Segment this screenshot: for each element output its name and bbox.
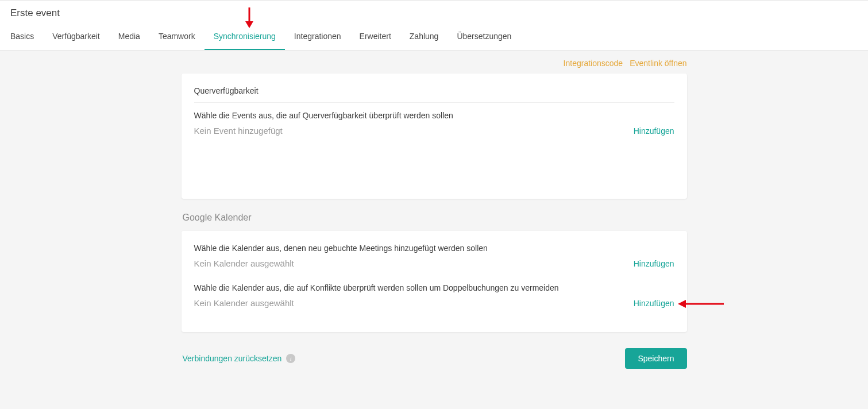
google-calendar-heading: Google Kalender <box>183 213 687 223</box>
google-add-to-description: Wähle die Kalender aus, denen neu gebuch… <box>194 244 674 253</box>
footer-row: Verbindungen zurücksetzen i Speichern <box>182 346 687 392</box>
tab-integrations[interactable]: Integrationen <box>285 24 350 50</box>
tab-payment[interactable]: Zahlung <box>400 24 448 50</box>
page-header: Erste event Basics Verfügbarkeit Media T… <box>0 0 868 51</box>
integration-code-link[interactable]: Integrationscode <box>564 59 623 68</box>
google-add-to-add-button[interactable]: Hinzufügen <box>634 259 674 268</box>
google-conflict-description: Wähle die Kalender aus, die auf Konflikt… <box>194 283 674 292</box>
reset-connections-link[interactable]: Verbindungen zurücksetzen i <box>183 354 296 363</box>
tab-teamwork[interactable]: Teamwork <box>149 24 205 50</box>
google-calendar-card: Wähle die Kalender aus, denen neu gebuch… <box>182 231 687 332</box>
annotation-arrow-left-icon <box>678 299 724 308</box>
info-icon: i <box>286 354 295 363</box>
content-area: Integrationscode Eventlink öffnen Querve… <box>67 51 802 392</box>
google-conflict-add-button[interactable]: Hinzufügen <box>634 299 674 308</box>
cross-availability-title: Querverfügbarkeit <box>194 86 674 103</box>
google-add-to-empty: Kein Kalender ausgewählt <box>194 258 294 268</box>
tab-translations[interactable]: Übersetzungen <box>447 24 520 50</box>
tab-basics[interactable]: Basics <box>1 24 43 50</box>
cross-availability-description: Wähle die Events aus, die auf Querverfüg… <box>194 111 674 120</box>
top-links: Integrationscode Eventlink öffnen <box>182 51 687 74</box>
svg-marker-3 <box>678 300 686 308</box>
save-button[interactable]: Speichern <box>625 348 686 369</box>
tab-advanced[interactable]: Erweitert <box>350 24 400 50</box>
tab-availability[interactable]: Verfügbarkeit <box>43 24 109 50</box>
tab-bar: Basics Verfügbarkeit Media Teamwork Sync… <box>0 24 868 50</box>
reset-connections-label: Verbindungen zurücksetzen <box>183 354 282 363</box>
page-title: Erste event <box>0 1 868 24</box>
tab-media[interactable]: Media <box>109 24 149 50</box>
open-event-link[interactable]: Eventlink öffnen <box>630 59 686 68</box>
cross-availability-add-button[interactable]: Hinzufügen <box>634 126 674 136</box>
cross-availability-empty: Kein Event hinzugefügt <box>194 126 283 136</box>
cross-availability-card: Querverfügbarkeit Wähle die Events aus, … <box>182 74 687 199</box>
google-conflict-empty: Kein Kalender ausgewählt <box>194 298 294 308</box>
tab-synchronisation[interactable]: Synchronisierung <box>205 24 285 50</box>
